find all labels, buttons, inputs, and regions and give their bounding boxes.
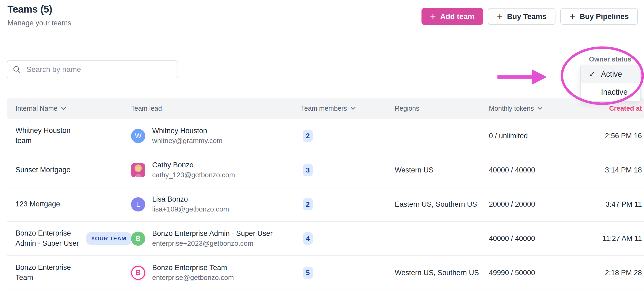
regions-cell: Eastern US, Southern US bbox=[395, 200, 489, 209]
team-lead-email: lisa+109@getbonzo.com bbox=[152, 205, 229, 213]
team-lead-avatar: L bbox=[131, 197, 145, 211]
team-lead-cell: B Bonzo Enterprise Admin - Super User en… bbox=[131, 229, 301, 248]
team-members-cell: 4 bbox=[301, 232, 395, 245]
team-members-cell: 3 bbox=[301, 164, 395, 176]
team-lead-cell: Cathy Bonzo cathy_123@getbonzo.com bbox=[131, 161, 301, 179]
created-at-cell: 2:18 PM 28 bbox=[589, 269, 644, 277]
page-title: Teams (5) bbox=[7, 4, 71, 15]
team-lead-text: Bonzo Enterprise Team enterprise@getbonz… bbox=[152, 264, 234, 282]
team-members-cell: 5 bbox=[301, 267, 395, 279]
team-name-cell: Sunset Mortgage bbox=[7, 165, 131, 175]
team-internal-name: Bonzo Enterprise Admin - Super User bbox=[16, 228, 79, 249]
team-lead-name: Bonzo Enterprise Team bbox=[152, 264, 234, 272]
page-subtitle: Manage your teams bbox=[7, 19, 71, 27]
table-header-row: Internal Name Team lead Team members bbox=[7, 98, 644, 119]
column-header[interactable]: Team members bbox=[301, 105, 395, 112]
add-team-label: Add team bbox=[440, 12, 474, 21]
regions-cell: Western US, Southern US bbox=[395, 269, 489, 277]
member-count-badge: 3 bbox=[303, 164, 313, 176]
column-header: Regions bbox=[395, 105, 489, 112]
add-team-button[interactable]: + Add team bbox=[421, 8, 483, 25]
team-lead-email: whitney@grammy.com bbox=[152, 137, 223, 145]
table-row[interactable]: Sunset Mortgage bbox=[7, 153, 644, 187]
check-icon: ✓ bbox=[588, 70, 597, 79]
team-lead-text: Bonzo Enterprise Admin - Super User ente… bbox=[152, 229, 273, 248]
annotation-arrow-head bbox=[532, 69, 547, 85]
search-input[interactable] bbox=[26, 65, 172, 74]
table-row[interactable]: 123 Mortgage L Lisa Bonzo lisa+109@getbo… bbox=[7, 187, 644, 222]
column-header[interactable]: Monthly tokens bbox=[489, 105, 589, 112]
team-lead-text: Whitney Houston whitney@grammy.com bbox=[152, 127, 223, 145]
table-row[interactable]: Whitney Houston team W Whitney Houston w… bbox=[7, 119, 644, 153]
column-header-label: Monthly tokens bbox=[489, 105, 534, 112]
monthly-tokens-cell: 40000 / 40000 bbox=[489, 166, 589, 174]
teams-table: Internal Name Team lead Team members bbox=[7, 98, 644, 290]
chevron-down-icon bbox=[350, 107, 356, 110]
search-box bbox=[7, 60, 178, 78]
column-header: Team lead bbox=[131, 105, 301, 112]
column-header-label: Created at bbox=[609, 105, 642, 112]
header-actions: + Add team + Buy Teams + Buy Pipelines bbox=[421, 8, 638, 25]
team-lead-email: enterprise@getbonzo.com bbox=[152, 274, 234, 282]
column-header[interactable]: Created at bbox=[589, 105, 644, 112]
chevron-down-icon bbox=[537, 107, 543, 110]
table-row[interactable]: Bonzo Enterprise Admin - Super User YOUR… bbox=[7, 222, 644, 256]
team-lead-avatar: W bbox=[131, 129, 145, 143]
monthly-tokens-cell: 49990 / 50000 bbox=[489, 269, 589, 277]
column-header-label: Regions bbox=[395, 105, 419, 112]
team-lead-cell: B Bonzo Enterprise Team enterprise@getbo… bbox=[131, 264, 301, 282]
monthly-tokens-cell: 20000 / 20000 bbox=[489, 200, 589, 209]
team-members-cell: 2 bbox=[301, 130, 395, 142]
team-name-cell: Bonzo Enterprise Team bbox=[7, 263, 131, 283]
owner-status-label: Owner status bbox=[580, 55, 640, 63]
owner-status-menu: ✓ Active ✓ Inactive bbox=[580, 65, 641, 101]
avatar-initial: B bbox=[136, 269, 141, 277]
owner-status-option-label: Inactive bbox=[601, 88, 628, 97]
team-name-cell: 123 Mortgage bbox=[7, 199, 131, 209]
member-count-badge: 4 bbox=[303, 232, 313, 245]
column-header[interactable]: Internal Name bbox=[7, 105, 131, 112]
table-row[interactable]: Bonzo Enterprise Team B Bonzo Enterprise… bbox=[7, 256, 644, 290]
team-lead-name: Cathy Bonzo bbox=[152, 161, 235, 169]
owner-status-option[interactable]: ✓ Active bbox=[581, 65, 640, 83]
team-members-cell: 2 bbox=[301, 198, 395, 210]
team-lead-text: Lisa Bonzo lisa+109@getbonzo.com bbox=[152, 195, 229, 213]
member-count-badge: 5 bbox=[303, 267, 313, 279]
team-lead-name: Lisa Bonzo bbox=[152, 195, 229, 203]
team-name-cell: Whitney Houston team bbox=[7, 126, 131, 146]
buy-pipelines-label: Buy Pipelines bbox=[580, 12, 629, 21]
team-lead-email: cathy_123@getbonzo.com bbox=[152, 171, 235, 179]
chevron-down-icon bbox=[61, 107, 66, 110]
avatar-initial: W bbox=[135, 132, 141, 140]
person-photo-icon bbox=[131, 163, 145, 177]
table-body: Whitney Houston team W Whitney Houston w… bbox=[7, 119, 644, 290]
monthly-tokens-cell: 40000 / 40000 bbox=[489, 234, 589, 243]
your-team-badge: YOUR TEAM bbox=[86, 232, 131, 245]
team-name-cell: Bonzo Enterprise Admin - Super User YOUR… bbox=[7, 228, 131, 249]
created-at-cell: 11:27 AM 11 bbox=[589, 234, 644, 243]
buy-pipelines-button[interactable]: + Buy Pipelines bbox=[560, 8, 638, 25]
owner-status-option[interactable]: ✓ Inactive bbox=[581, 83, 640, 101]
created-at-cell: 2:56 PM 16 bbox=[589, 132, 644, 140]
team-lead-avatar: B bbox=[131, 232, 145, 246]
avatar-initial: B bbox=[136, 234, 140, 243]
avatar-initial: L bbox=[136, 200, 140, 209]
team-internal-name: Sunset Mortgage bbox=[16, 165, 71, 175]
team-lead-cell: W Whitney Houston whitney@grammy.com bbox=[131, 127, 301, 145]
team-lead-avatar bbox=[131, 163, 145, 177]
search-icon bbox=[13, 65, 21, 74]
monthly-tokens-cell: 0 / unlimited bbox=[489, 132, 589, 140]
created-at-cell: 3:47 PM 11 bbox=[589, 200, 644, 209]
team-lead-name: Bonzo Enterprise Admin - Super User bbox=[152, 229, 273, 238]
regions-cell: Western US bbox=[395, 166, 489, 174]
member-count-badge: 2 bbox=[303, 198, 313, 210]
team-lead-avatar: B bbox=[131, 266, 145, 280]
team-internal-name: Whitney Houston team bbox=[16, 126, 82, 146]
teams-page: Teams (5) Manage your teams + Add team +… bbox=[0, 0, 644, 300]
buy-teams-button[interactable]: + Buy Teams bbox=[488, 8, 556, 25]
owner-status-option-label: Active bbox=[601, 70, 622, 79]
team-internal-name: 123 Mortgage bbox=[16, 199, 60, 209]
team-lead-email: enterprise+2023@getbonzo.com bbox=[152, 239, 273, 248]
team-lead-cell: L Lisa Bonzo lisa+109@getbonzo.com bbox=[131, 195, 301, 213]
member-count-badge: 2 bbox=[303, 130, 313, 142]
